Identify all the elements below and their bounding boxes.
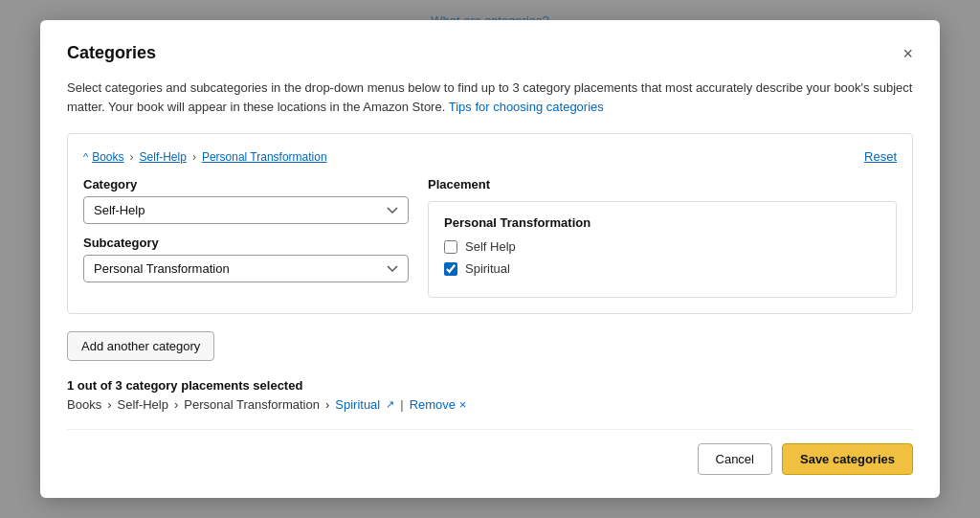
selected-personal-transformation: Personal Transformation bbox=[184, 397, 320, 412]
checkbox-spiritual: Spiritual bbox=[444, 261, 880, 276]
selectors-left: Category Self-Help Subcategory Personal … bbox=[83, 177, 409, 282]
remove-icon: × bbox=[459, 397, 467, 412]
selected-info: 1 out of 3 category placements selected … bbox=[67, 378, 913, 412]
breadcrumb: ^ Books › Self-Help › Personal Transform… bbox=[83, 149, 897, 164]
placement-section: Placement Personal Transformation Self H… bbox=[428, 177, 897, 298]
breadcrumb-self-help[interactable]: Self-Help bbox=[140, 150, 187, 164]
modal-header: Categories × bbox=[67, 43, 913, 63]
save-categories-button[interactable]: Save categories bbox=[782, 443, 913, 475]
selected-path: Books › Self-Help › Personal Transformat… bbox=[67, 397, 913, 412]
categories-modal: Categories × Select categories and subca… bbox=[40, 20, 940, 498]
checkbox-spiritual-input[interactable] bbox=[444, 262, 457, 276]
subcategory-select[interactable]: Personal Transformation bbox=[83, 255, 409, 282]
placement-title: Placement bbox=[428, 177, 897, 191]
subcategory-label: Subcategory bbox=[83, 236, 409, 250]
cancel-button[interactable]: Cancel bbox=[698, 443, 772, 475]
selectors-row: Category Self-Help Subcategory Personal … bbox=[83, 177, 897, 298]
checkbox-self-help-label[interactable]: Self Help bbox=[465, 239, 516, 254]
close-button[interactable]: × bbox=[902, 45, 913, 62]
selected-count: 1 out of 3 category placements selected bbox=[67, 378, 913, 393]
remove-link[interactable]: Remove × bbox=[410, 397, 467, 412]
breadcrumb-path: ^ Books › Self-Help › Personal Transform… bbox=[83, 150, 327, 164]
checkbox-self-help: Self Help bbox=[444, 239, 880, 254]
add-category-button[interactable]: Add another category bbox=[67, 331, 214, 361]
placement-category-title: Personal Transformation bbox=[444, 215, 880, 230]
modal-footer: Cancel Save categories bbox=[67, 429, 913, 475]
selected-self-help: Self-Help bbox=[117, 397, 167, 412]
category-select[interactable]: Self-Help bbox=[83, 196, 409, 224]
checkbox-self-help-input[interactable] bbox=[444, 240, 457, 254]
category-label: Category bbox=[83, 177, 409, 191]
external-link-icon: ↗ bbox=[386, 398, 394, 411]
selected-sep-2: › bbox=[174, 397, 178, 412]
page-background: What are categories? Categories × Select… bbox=[0, 0, 980, 518]
breadcrumb-arrow-icon: ^ bbox=[83, 151, 88, 163]
modal-description: Select categories and subcategories in t… bbox=[67, 79, 913, 116]
subcategory-selector-group: Subcategory Personal Transformation bbox=[83, 236, 409, 282]
breadcrumb-sep-1: › bbox=[130, 150, 134, 164]
breadcrumb-books[interactable]: Books bbox=[92, 150, 123, 164]
selected-books: Books bbox=[67, 397, 101, 412]
category-selector-group: Category Self-Help bbox=[83, 177, 409, 224]
selected-spiritual-link[interactable]: Spiritual bbox=[335, 397, 380, 412]
modal-title: Categories bbox=[67, 43, 156, 63]
selected-sep-1: › bbox=[107, 397, 111, 412]
selected-sep-3: › bbox=[325, 397, 329, 412]
category-section: ^ Books › Self-Help › Personal Transform… bbox=[67, 133, 913, 314]
tips-link[interactable]: Tips for choosing categories bbox=[449, 100, 604, 114]
placement-box: Personal Transformation Self Help Spirit… bbox=[428, 201, 897, 298]
breadcrumb-sep-2: › bbox=[192, 150, 196, 164]
breadcrumb-personal-transformation[interactable]: Personal Transformation bbox=[202, 150, 327, 164]
reset-link[interactable]: Reset bbox=[864, 149, 897, 164]
path-divider: | bbox=[400, 397, 403, 412]
checkbox-spiritual-label[interactable]: Spiritual bbox=[465, 261, 510, 276]
modal-overlay: Categories × Select categories and subca… bbox=[0, 0, 980, 518]
